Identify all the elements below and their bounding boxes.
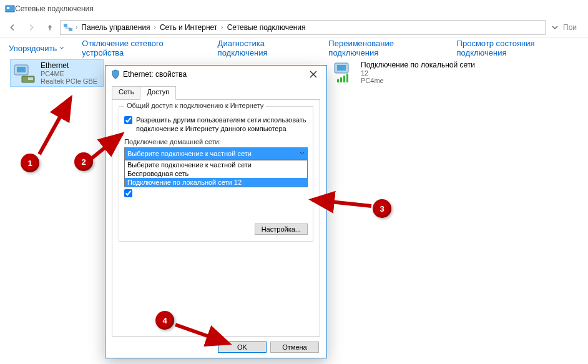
- tab-access[interactable]: Доступ: [140, 86, 176, 100]
- dropdown-option[interactable]: Беспроводная сеть: [125, 169, 307, 178]
- adapter-line2: 12: [361, 69, 475, 77]
- rename-button[interactable]: Переименование подключения: [328, 39, 439, 57]
- control-panel-icon: [5, 4, 15, 14]
- group-title: Общий доступ к подключению к Интернету: [124, 102, 266, 109]
- annotation-arrow-4: [172, 318, 235, 352]
- svg-line-14: [39, 98, 71, 154]
- allow-control-checkbox[interactable]: [124, 189, 132, 197]
- window-title-bar: Сетевые подключения: [0, 0, 588, 17]
- allow-sharing-label: Разрешить другим пользователям сети испо…: [136, 116, 308, 133]
- adapter-status: PC4ME: [41, 70, 97, 77]
- annotation-circle-4: 4: [155, 311, 174, 330]
- shield-icon: [110, 69, 120, 79]
- diagnose-button[interactable]: Диагностика подключения: [218, 39, 311, 57]
- crumb-net-connections[interactable]: Сетевые подключения: [226, 23, 307, 32]
- adapter-name: Подключение по локальной сети: [361, 61, 475, 69]
- second-checkbox-row: [124, 189, 308, 197]
- svg-rect-11: [340, 77, 342, 82]
- back-button[interactable]: [4, 19, 21, 36]
- crumb-control-panel[interactable]: Панель управления: [80, 23, 151, 32]
- svg-rect-1: [7, 7, 9, 9]
- svg-line-15: [91, 134, 122, 159]
- chevron-right-icon: ›: [154, 24, 156, 31]
- adapter-lan[interactable]: Подключение по локальной сети 12 PC4me: [331, 59, 481, 86]
- svg-rect-3: [69, 28, 72, 31]
- svg-rect-5: [17, 67, 26, 72]
- breadcrumb-bar[interactable]: › Панель управления › Сеть и Интернет › …: [60, 20, 546, 35]
- address-bar: › Панель управления › Сеть и Интернет › …: [0, 17, 588, 37]
- select-value: Выберите подключение к частной сети: [127, 150, 252, 157]
- svg-rect-7: [28, 77, 33, 80]
- home-network-select[interactable]: Выберите подключение к частной сети Выбе…: [124, 147, 308, 160]
- chevron-down-icon[interactable]: [297, 149, 306, 159]
- forward-button[interactable]: [22, 19, 40, 36]
- up-button[interactable]: [41, 19, 59, 36]
- adapter-ethernet[interactable]: Ethernet PC4ME Realtek PCIe GBE: [10, 59, 104, 87]
- search-placeholder[interactable]: Пои: [563, 23, 577, 32]
- command-toolbar: Упорядочить Отключение сетевого устройст…: [0, 37, 588, 59]
- allow-sharing-row: Разрешить другим пользователям сети испо…: [124, 116, 308, 133]
- adapter-device: Realtek PCIe GBE: [41, 77, 97, 85]
- adapter-line3: PC4me: [361, 77, 475, 84]
- svg-rect-13: [346, 74, 348, 82]
- svg-rect-9: [337, 65, 346, 71]
- annotation-circle-3: 3: [373, 199, 391, 218]
- cancel-button[interactable]: Отмена: [270, 342, 319, 353]
- ics-group: Общий доступ к подключению к Интернету Р…: [119, 106, 313, 242]
- access-panel: Общий доступ к подключению к Интернету Р…: [112, 99, 320, 337]
- chevron-right-icon: ›: [76, 24, 77, 31]
- close-button[interactable]: [305, 67, 321, 81]
- address-dropdown-icon[interactable]: [552, 22, 558, 33]
- dialog-title: Ethernet: свойства: [123, 70, 187, 79]
- svg-rect-10: [337, 79, 339, 82]
- adapter-name: Ethernet: [41, 61, 97, 70]
- lan-adapter-icon: [333, 61, 357, 84]
- home-network-dropdown: Выберите подключение к частной сети Бесп…: [124, 160, 308, 187]
- window-title: Сетевые подключения: [15, 4, 94, 13]
- organize-menu[interactable]: Упорядочить: [9, 44, 64, 53]
- svg-rect-12: [343, 76, 345, 82]
- ethernet-adapter-icon: [13, 61, 37, 85]
- svg-line-16: [312, 200, 371, 206]
- network-panel-icon: [63, 22, 73, 32]
- home-network-label: Подключение домашней сети:: [124, 138, 308, 145]
- svg-rect-2: [64, 24, 67, 27]
- disable-device-button[interactable]: Отключение сетевого устройства: [82, 39, 200, 57]
- svg-line-17: [175, 325, 228, 343]
- dialog-title-bar: Ethernet: свойства: [105, 66, 326, 83]
- dropdown-option[interactable]: Выберите подключение к частной сети: [125, 160, 307, 169]
- setup-button[interactable]: Настройка...: [255, 224, 308, 235]
- dialog-tabs: Сеть Доступ: [112, 86, 320, 99]
- crumb-net-internet[interactable]: Сеть и Интернет: [159, 23, 218, 32]
- chevron-right-icon: ›: [221, 24, 223, 31]
- tab-network[interactable]: Сеть: [112, 86, 140, 100]
- annotation-arrow-1: [36, 92, 80, 163]
- ethernet-properties-dialog: Ethernet: свойства Сеть Доступ Общий дос…: [105, 65, 327, 358]
- view-status-button[interactable]: Просмотр состояния подключения: [457, 39, 579, 57]
- dropdown-option-selected[interactable]: Подключение по локальной сети 12: [125, 178, 307, 187]
- annotation-arrow-3: [306, 194, 375, 215]
